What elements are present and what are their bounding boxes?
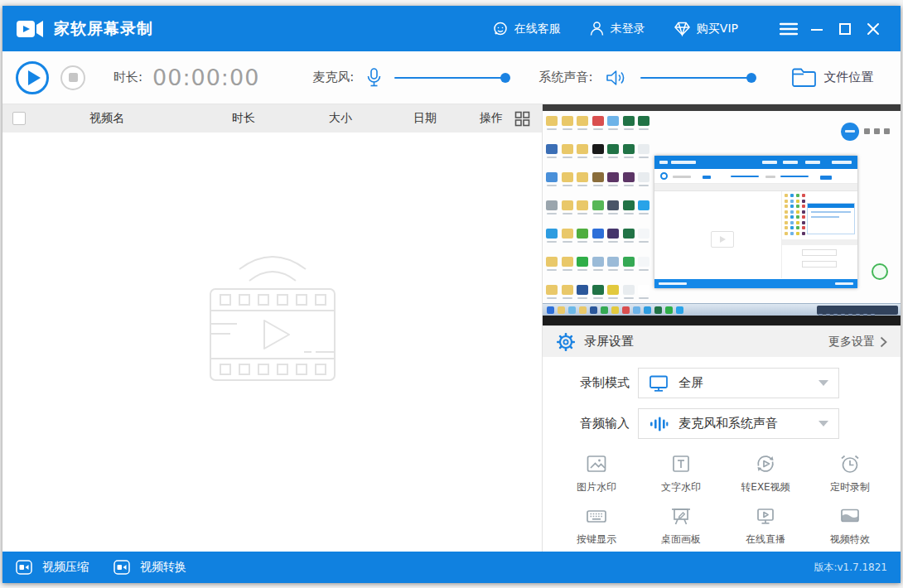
scheduled-record-icon (838, 452, 862, 475)
audio-bars-icon (649, 415, 669, 433)
microphone-icon[interactable] (367, 68, 381, 88)
version-label: 版本:v1.7.1821 (814, 561, 887, 575)
feature-video-effects[interactable]: 视频特效 (808, 504, 892, 547)
file-location-button[interactable]: 文件位置 (791, 67, 873, 88)
play-icon (28, 70, 41, 85)
record-mode-value: 全屏 (678, 375, 703, 391)
recursive-app-window (654, 156, 857, 288)
microphone-label: 麦克风: (312, 70, 354, 85)
menu-button[interactable] (775, 15, 803, 43)
minimize-button[interactable] (803, 15, 831, 43)
film-strip-icon (181, 241, 364, 390)
stop-icon (69, 73, 78, 82)
preview-top-strip (543, 104, 901, 111)
feature-live-stream[interactable]: 在线直播 (723, 504, 808, 547)
grid-view-icon[interactable] (514, 111, 530, 127)
footer-bar: 视频压缩 视频转换 版本:v1.7.1821 (2, 552, 901, 583)
floating-ball-icon (841, 123, 859, 141)
column-actions: 操作 (480, 111, 503, 126)
record-toolbar: 时长: 00:00:00 麦克风: 系统声音: 文件位置 (2, 51, 901, 104)
record-settings-header: 录屏设置 更多设置 (543, 325, 901, 357)
record-mode-select[interactable]: 全屏 (638, 368, 839, 398)
video-convert-button[interactable]: 视频转换 (113, 559, 186, 576)
microphone-volume-slider[interactable] (394, 72, 509, 84)
slider-thumb[interactable] (746, 73, 756, 83)
slider-thumb[interactable] (500, 73, 510, 83)
titlebar: 家软屏幕录制 在线客服 未登录 购买VIP (2, 6, 901, 51)
speaker-icon[interactable] (606, 69, 627, 87)
column-video-name: 视频名 (26, 111, 188, 126)
desktop-board-icon (669, 504, 693, 528)
online-service-button[interactable]: 在线客服 (492, 21, 561, 37)
close-icon (867, 22, 880, 36)
feature-keystroke-display[interactable]: 按键显示 (554, 504, 639, 547)
audio-input-value: 麦克风和系统声音 (678, 416, 778, 431)
slider-track (394, 77, 509, 79)
floating-toolbar (864, 128, 890, 134)
column-size: 大小 (299, 111, 382, 126)
exe-video-icon (754, 452, 777, 475)
audio-input-select[interactable]: 麦克风和系统声音 (638, 408, 839, 439)
select-all-checkbox[interactable] (12, 112, 26, 125)
video-list-panel: 视频名 时长 大小 日期 操作 (2, 104, 543, 552)
image-watermark-icon (585, 452, 608, 475)
settings-panel: 录屏设置 更多设置 录制模式 全屏 音频输入 (543, 104, 901, 552)
column-duration: 时长 (188, 111, 299, 126)
chevron-right-icon (880, 336, 887, 348)
main-area: 视频名 时长 大小 日期 操作 (2, 104, 901, 552)
record-settings-body: 录制模式 全屏 音频输入 麦克风和系统声音 (543, 357, 901, 552)
preview-bottom-strip (543, 316, 901, 325)
feature-exe-video[interactable]: 转EXE视频 (723, 452, 808, 494)
chevron-down-icon (818, 421, 828, 427)
feature-scheduled-record[interactable]: 定时录制 (808, 452, 892, 494)
preview-taskbar (543, 303, 901, 316)
feature-text-watermark[interactable]: 文字水印 (639, 452, 723, 494)
text-watermark-icon (669, 452, 693, 475)
chevron-down-icon (818, 380, 828, 386)
diamond-icon (674, 21, 691, 36)
video-compress-button[interactable]: 视频压缩 (16, 559, 89, 576)
more-settings-button[interactable]: 更多设置 (828, 335, 887, 349)
user-icon (589, 21, 605, 36)
empty-video-list-illustration (181, 241, 364, 393)
slider-track (640, 77, 755, 79)
video-table-header: 视频名 时长 大小 日期 操作 (2, 104, 542, 133)
maximize-button[interactable] (831, 15, 859, 43)
hamburger-icon (780, 22, 798, 36)
stop-record-button[interactable] (60, 65, 85, 90)
duration-label: 时长: (113, 70, 142, 85)
monitor-icon (649, 374, 669, 393)
app-logo-icon (16, 18, 46, 40)
duration-value: 00:00:00 (152, 65, 259, 90)
live-stream-icon (754, 504, 777, 528)
audio-input-label: 音频输入 (580, 416, 638, 431)
gear-icon (556, 332, 576, 352)
feature-desktop-board[interactable]: 桌面画板 (639, 504, 723, 547)
camcorder-icon (16, 559, 36, 576)
camcorder-icon (113, 559, 133, 576)
window-controls (775, 15, 887, 43)
green-widget-icon (872, 263, 888, 280)
video-effects-icon (838, 504, 862, 528)
system-sound-label: 系统声音: (538, 70, 592, 85)
folder-icon (791, 67, 817, 88)
headset-smiley-icon (492, 21, 509, 37)
keystroke-display-icon (585, 504, 608, 528)
login-status-button[interactable]: 未登录 (589, 21, 645, 36)
app-title: 家软屏幕录制 (54, 18, 153, 40)
record-settings-title: 录屏设置 (584, 334, 634, 349)
start-record-button[interactable] (16, 61, 49, 94)
record-mode-label: 录制模式 (580, 375, 638, 391)
column-date: 日期 (382, 111, 468, 126)
app-window: 家软屏幕录制 在线客服 未登录 购买VIP (2, 6, 901, 583)
buy-vip-button[interactable]: 购买VIP (674, 21, 738, 36)
screen-preview (543, 104, 901, 325)
minimize-icon (810, 22, 823, 36)
maximize-icon (838, 22, 852, 36)
feature-grid: 图片水印 文字水印 转EXE视频 定时录制 (543, 449, 901, 547)
close-button[interactable] (859, 15, 887, 43)
video-table-body (2, 133, 542, 552)
system-volume-slider[interactable] (640, 72, 755, 84)
feature-image-watermark[interactable]: 图片水印 (554, 452, 639, 494)
